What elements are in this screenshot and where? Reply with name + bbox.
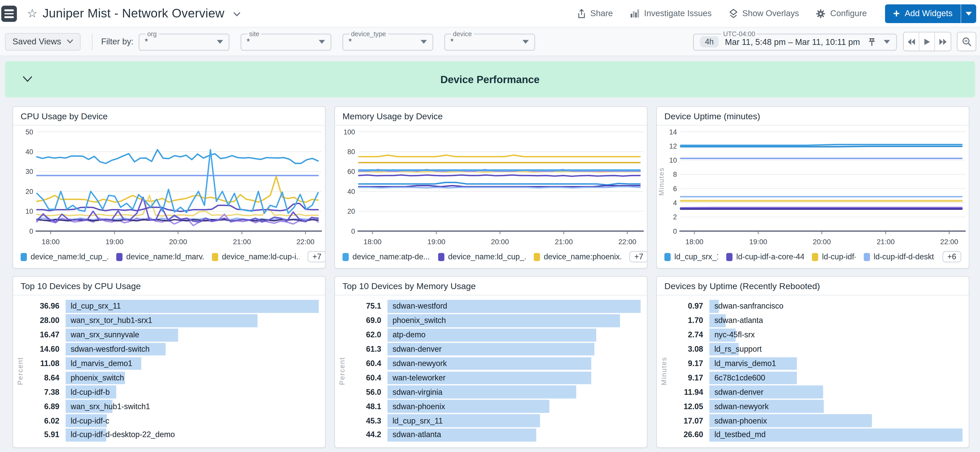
bar-track: sdwan-denver — [710, 386, 963, 399]
rewind-button[interactable] — [904, 33, 920, 51]
time-playback-controls — [903, 32, 951, 51]
legend-item[interactable]: ld-cup-idf-a-core-4400 — [726, 252, 804, 261]
configure-button[interactable]: Configure — [816, 8, 867, 19]
duration-badge[interactable]: 4h — [700, 36, 719, 48]
bar-label: ld-cup-idf-c — [71, 416, 109, 425]
bar-value: 11.94 — [672, 388, 710, 396]
favorite-star-icon[interactable]: ☆ — [27, 8, 38, 19]
legend-item[interactable]: device_name:ld_cup_... — [21, 252, 108, 261]
investigate-issues-button[interactable]: Investigate Issues — [630, 9, 711, 18]
bar-value: 45.3 — [350, 416, 388, 425]
panel-devices-by-uptime: Devices by Uptime (Recently Rebooted)Min… — [656, 276, 969, 448]
bar-value: 16.47 — [28, 331, 66, 339]
bar-value: 6.89 — [28, 402, 66, 411]
dropdown-label: org — [145, 30, 159, 38]
line-chart-cpu-usage-by-device: 0102030405018:0019:0020:0021:0022:00 — [13, 125, 325, 248]
y-axis-label: Percent — [16, 357, 24, 385]
show-overlays-button[interactable]: Show Overlays — [729, 8, 799, 19]
legend-item[interactable]: device_name:ld_cup_... — [438, 252, 526, 261]
legend-item[interactable]: device_name:ld-cup-i... — [212, 252, 299, 261]
bar-row: 75.1sdwan-westford — [350, 299, 641, 314]
section-collapse-chevron-icon[interactable] — [22, 76, 33, 83]
bar-track: phoenix_switch — [388, 314, 641, 327]
fast-forward-button[interactable] — [935, 33, 951, 51]
bar-track: sdwan-atlanta — [388, 429, 641, 441]
bar-row: 11.08ld_marvis_demo1 — [28, 356, 319, 371]
share-button[interactable]: Share — [576, 8, 613, 19]
section-banner: Device Performance — [5, 61, 975, 97]
bar-track: ld-cup-idf-b — [66, 386, 319, 399]
bar-label: ld-cup-idf-d-desktop-22_demo — [71, 431, 175, 439]
divider — [92, 33, 92, 49]
legend-more-badge[interactable]: +7 — [307, 251, 326, 262]
filter-by-label: Filter by: — [101, 37, 134, 46]
bar-label: sdwan-westford — [393, 302, 447, 311]
section-title: Device Performance — [441, 73, 539, 85]
bar-label: ld_rs_support — [714, 345, 762, 354]
bar-value: 1.70 — [672, 316, 710, 325]
svg-text:10: 10 — [669, 157, 677, 164]
pin-icon[interactable] — [867, 37, 876, 47]
zoom-out-button[interactable] — [957, 32, 976, 51]
bar-label: ld-cup-idf-b — [71, 388, 110, 396]
bar-track: sdwan-westford — [388, 300, 641, 313]
filter-dropdown-device[interactable]: device* — [444, 30, 535, 51]
legend-swatch — [116, 253, 123, 261]
bar-label: sdwan-newyork — [714, 402, 768, 411]
legend-item[interactable]: ld_cup_srx_11 — [664, 252, 718, 261]
legend-more-badge[interactable]: +6 — [942, 251, 961, 262]
time-range-picker[interactable]: UTC-04:00 4h Mar 11, 5:48 pm – Mar 11, 1… — [693, 30, 897, 51]
bar-track: ld-cup-idf-c — [66, 414, 319, 427]
panel-top10-cpu: Top 10 Devices by CPU UsagePercent36.96l… — [13, 276, 326, 448]
title-chevron-down-icon[interactable] — [233, 8, 240, 19]
bar-row: 28.00wan_srx_tor_hub1-srx1 — [28, 314, 319, 328]
play-button[interactable] — [920, 33, 935, 51]
legend-item[interactable]: ld-cup-idf-d-desktop — [864, 252, 934, 261]
chevron-down-icon — [522, 40, 528, 44]
bar-label: wan_srx_hub1-switch1 — [71, 402, 150, 411]
legend-item[interactable]: device_name:ld_marv... — [116, 252, 204, 261]
filter-dropdown-site[interactable]: site* — [240, 30, 331, 51]
saved-views-button[interactable]: Saved Views — [5, 33, 80, 50]
bar-chart-area: Percent36.96ld_cup_srx_1128.00wan_srx_to… — [13, 295, 325, 447]
bar-value: 61.3 — [350, 345, 388, 354]
timezone-label: UTC-04:00 — [721, 30, 757, 38]
chevron-down-icon — [966, 11, 972, 15]
svg-text:21:00: 21:00 — [877, 238, 894, 246]
chevron-down-icon — [67, 39, 73, 44]
chevron-down-icon — [318, 40, 325, 44]
chart-legend: device_name:atp-de...device_name:ld_cup_… — [335, 248, 647, 268]
bar-value: 62.0 — [350, 331, 388, 339]
bar-track: ld_marvis_demo1 — [710, 357, 963, 370]
bar-row: 56.0sdwan-virginia — [350, 385, 641, 400]
bar-label: sdwan-westford-switch — [71, 345, 150, 354]
legend-more-badge[interactable]: +7 — [629, 251, 648, 262]
legend-item[interactable]: device_name:phoenix... — [534, 252, 621, 261]
legend-item[interactable]: ld-cup-idf-c — [812, 252, 856, 261]
hamburger-menu-icon[interactable] — [1, 6, 17, 22]
legend-label: device_name:ld_cup_... — [448, 252, 526, 261]
share-icon — [576, 8, 586, 19]
add-widgets-button[interactable]: + Add Widgets — [885, 4, 961, 23]
add-widgets-caret-button[interactable] — [961, 4, 977, 23]
svg-text:22:00: 22:00 — [296, 238, 315, 246]
filter-dropdown-org[interactable]: org* — [138, 30, 229, 51]
panel-title: Top 10 Devices by CPU Usage — [13, 277, 325, 295]
time-range-caret-icon[interactable] — [884, 40, 890, 44]
legend-item[interactable]: device_name:atp-de... — [342, 252, 430, 261]
bar-value: 75.1 — [350, 302, 388, 311]
svg-text:8: 8 — [673, 171, 677, 178]
bar-value: 56.0 — [350, 388, 388, 396]
bar-value: 69.0 — [350, 316, 388, 325]
filter-dropdown-device_type[interactable]: device_type* — [342, 30, 433, 51]
filter-dropdowns: org*site*device_type*device* — [138, 33, 535, 51]
svg-text:20:00: 20:00 — [813, 238, 831, 246]
svg-text:40: 40 — [347, 188, 355, 195]
svg-text:22:00: 22:00 — [618, 238, 636, 246]
chevron-down-icon — [216, 40, 223, 44]
bar-track: wan_srx_tor_hub1-srx1 — [66, 314, 319, 327]
svg-text:14: 14 — [669, 128, 677, 136]
panel-title: Devices by Uptime (Recently Rebooted) — [657, 277, 969, 295]
svg-text:20:00: 20:00 — [169, 238, 187, 246]
svg-text:20: 20 — [25, 188, 33, 195]
